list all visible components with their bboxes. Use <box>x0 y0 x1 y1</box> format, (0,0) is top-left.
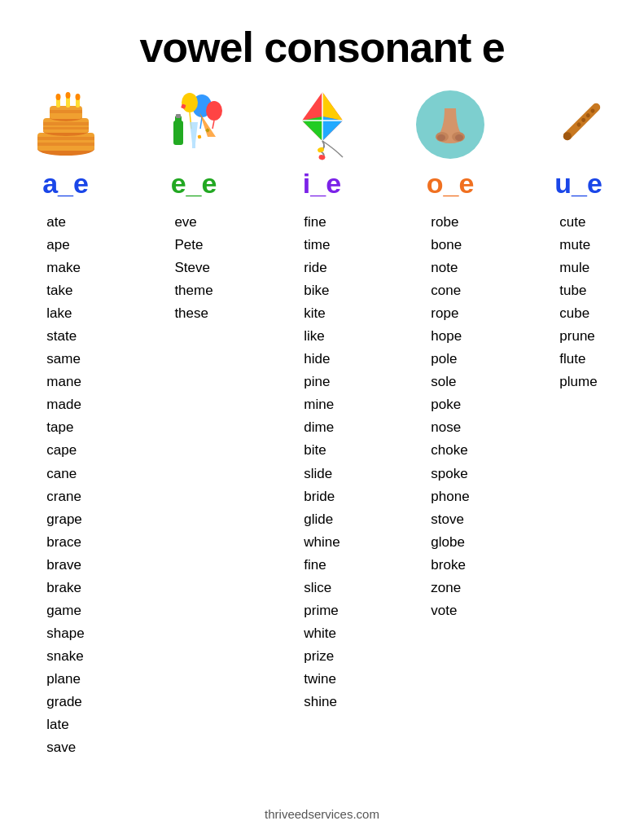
list-item: these <box>174 302 212 325</box>
svg-marker-34 <box>322 92 343 121</box>
svg-rect-6 <box>43 122 89 125</box>
col-o_e: o_erobebonenoteconeropehopepolesolepoken… <box>397 88 503 622</box>
col-label-o_e: o_e <box>427 168 475 200</box>
flute-icon <box>542 88 616 161</box>
word-list-o_e: robebonenoteconeropehopepolesolepokenose… <box>431 211 469 622</box>
list-item: kite <box>304 302 340 325</box>
list-item: ape <box>46 234 84 257</box>
list-item: mule <box>559 257 597 279</box>
svg-line-20 <box>212 121 214 129</box>
list-item: same <box>46 348 84 371</box>
svg-point-19 <box>206 101 222 121</box>
list-item: hope <box>431 325 469 348</box>
list-item: theme <box>174 279 212 302</box>
svg-rect-30 <box>198 135 202 139</box>
svg-rect-3 <box>37 143 94 146</box>
list-item: phone <box>431 485 469 508</box>
list-item: note <box>431 257 469 279</box>
list-item: brave <box>46 554 84 577</box>
list-item: plume <box>559 371 597 393</box>
list-item: cute <box>559 211 597 234</box>
list-item: prize <box>304 645 340 668</box>
list-item: brake <box>46 577 84 599</box>
list-item: late <box>46 713 84 736</box>
list-item: dime <box>304 416 340 439</box>
svg-rect-25 <box>176 114 181 118</box>
columns-area: a_eateapemaketakelakestatesamemanemadeta… <box>13 88 632 759</box>
svg-point-16 <box>75 94 80 100</box>
list-item: pine <box>304 371 340 393</box>
list-item: stove <box>431 508 469 531</box>
list-item: globe <box>431 531 469 554</box>
svg-point-15 <box>65 92 70 99</box>
word-list-e_e: evePeteStevethemethese <box>174 211 212 325</box>
svg-point-44 <box>437 134 445 141</box>
list-item: snake <box>46 645 84 668</box>
list-item: robe <box>431 211 469 234</box>
list-item: game <box>46 599 84 622</box>
col-u_e: u_ecutemutemuletubecubeprunefluteplume <box>526 88 632 393</box>
list-item: crane <box>46 485 84 508</box>
list-item: slide <box>304 463 340 485</box>
list-item: mute <box>559 234 597 257</box>
list-item: bike <box>304 279 340 302</box>
list-item: fine <box>304 211 340 234</box>
nose-icon <box>414 88 487 161</box>
list-item: prune <box>559 325 597 348</box>
list-item: like <box>304 325 340 348</box>
list-item: shine <box>304 691 340 713</box>
list-item: Pete <box>174 234 212 257</box>
list-item: flute <box>559 348 597 371</box>
list-item: plane <box>46 668 84 691</box>
list-item: cape <box>46 439 84 462</box>
list-item: eve <box>174 211 212 234</box>
list-item: Steve <box>174 257 212 279</box>
list-item: hide <box>304 348 340 371</box>
kite-icon <box>286 88 359 161</box>
list-item: spoke <box>431 463 469 485</box>
list-item: fine <box>304 554 340 577</box>
list-item: tube <box>559 279 597 302</box>
list-item: whine <box>304 531 340 554</box>
list-item: ride <box>304 257 340 279</box>
col-label-e_e: e_e <box>171 168 217 200</box>
list-item: time <box>304 234 340 257</box>
list-item: nose <box>431 416 469 439</box>
list-item: mane <box>46 371 84 393</box>
list-item: mine <box>304 393 340 416</box>
list-item: bride <box>304 485 340 508</box>
list-item: vote <box>431 599 469 622</box>
list-item: glide <box>304 508 340 531</box>
col-label-u_e: u_e <box>554 168 602 200</box>
list-item: twine <box>304 668 340 691</box>
svg-rect-27 <box>192 143 195 148</box>
list-item: white <box>304 622 340 645</box>
list-item: grape <box>46 508 84 531</box>
list-item: broke <box>431 554 469 577</box>
list-item: slice <box>304 577 340 599</box>
col-i_e: i_efinetimeridebikekitelikehidepinemined… <box>269 88 375 713</box>
list-item: bite <box>304 439 340 462</box>
col-label-i_e: i_e <box>303 168 341 200</box>
list-item: state <box>46 325 84 348</box>
list-item: choke <box>431 439 469 462</box>
word-list-a_e: ateapemaketakelakestatesamemanemadetapec… <box>46 211 84 759</box>
page-title: vowel consonant e <box>139 23 504 72</box>
list-item: make <box>46 257 84 279</box>
svg-rect-2 <box>37 137 94 140</box>
col-label-a_e: a_e <box>42 168 89 200</box>
col-a_e: a_eateapemaketakelakestatesamemanemadeta… <box>13 88 119 759</box>
list-item: bone <box>431 234 469 257</box>
list-item: cane <box>46 463 84 485</box>
svg-rect-7 <box>43 127 89 129</box>
list-item: brace <box>46 531 84 554</box>
footer: thriveedservices.com <box>265 792 379 834</box>
list-item: ate <box>46 211 84 234</box>
list-item: shape <box>46 622 84 645</box>
party-icon <box>157 88 230 161</box>
word-list-u_e: cutemutemuletubecubeprunefluteplume <box>559 211 597 393</box>
col-e_e: e_eevePeteStevethemethese <box>141 88 247 325</box>
svg-marker-26 <box>190 122 198 143</box>
list-item: lake <box>46 302 84 325</box>
list-item: cube <box>559 302 597 325</box>
